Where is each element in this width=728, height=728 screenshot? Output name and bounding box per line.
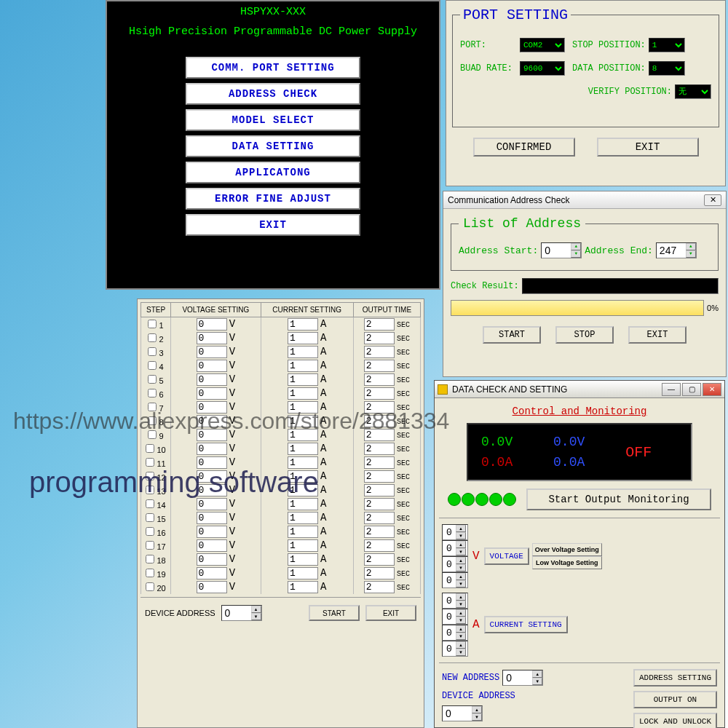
application-button[interactable]: APPLICATONG (186, 162, 360, 183)
voltage-input[interactable] (197, 443, 227, 455)
step-checkbox[interactable] (146, 569, 154, 577)
time-input[interactable] (364, 401, 395, 414)
addr-exit-button[interactable]: EXIT (628, 326, 687, 344)
time-input[interactable] (364, 581, 395, 593)
voltage-input[interactable] (197, 346, 227, 358)
time-input[interactable] (364, 387, 395, 400)
exit-button[interactable]: EXIT (186, 214, 360, 236)
current-input[interactable] (288, 456, 318, 469)
digit-spinner[interactable]: ▲▼ (442, 609, 468, 625)
step-checkbox[interactable] (148, 333, 157, 342)
step-checkbox[interactable] (146, 444, 154, 453)
time-input[interactable] (364, 346, 395, 358)
time-input[interactable] (364, 332, 395, 344)
current-input[interactable] (288, 332, 318, 344)
voltage-input[interactable] (197, 415, 227, 427)
step-checkbox[interactable] (148, 320, 157, 328)
verify-select[interactable]: 无 (675, 84, 711, 99)
step-checkbox[interactable] (146, 458, 154, 467)
addr-start-spinner[interactable]: ▲▼ (541, 242, 582, 258)
time-input[interactable] (364, 539, 395, 552)
voltage-input[interactable] (197, 373, 227, 386)
voltage-input[interactable] (197, 567, 227, 579)
time-input[interactable] (364, 498, 395, 510)
voltage-button[interactable]: VOLTAGE (484, 547, 529, 565)
step-start-button[interactable]: START (309, 605, 360, 621)
step-checkbox[interactable] (146, 555, 154, 563)
step-exit-button[interactable]: EXIT (365, 605, 416, 621)
voltage-input[interactable] (197, 387, 227, 400)
current-input[interactable] (288, 539, 318, 552)
time-input[interactable] (364, 360, 395, 372)
digit-spinner[interactable]: ▲▼ (442, 556, 468, 572)
device-address-spinner-2[interactable]: ▲▼ (442, 705, 483, 721)
step-checkbox[interactable] (148, 347, 157, 356)
voltage-input[interactable] (197, 498, 227, 510)
current-input[interactable] (288, 360, 318, 372)
voltage-input[interactable] (197, 429, 227, 441)
time-input[interactable] (364, 456, 395, 469)
current-input[interactable] (288, 512, 318, 524)
current-input[interactable] (288, 387, 318, 400)
time-input[interactable] (364, 429, 395, 441)
address-setting-button[interactable]: ADDRESS SETTING (633, 669, 717, 687)
close-icon[interactable]: ✕ (704, 194, 721, 206)
digit-spinner[interactable]: ▲▼ (442, 524, 468, 540)
step-checkbox[interactable] (148, 375, 157, 384)
time-input[interactable] (364, 470, 395, 483)
current-input[interactable] (288, 567, 318, 579)
step-checkbox[interactable] (146, 513, 154, 522)
digit-spinner[interactable]: ▲▼ (442, 540, 468, 556)
voltage-input[interactable] (197, 553, 227, 566)
digit-spinner[interactable]: ▲▼ (442, 593, 468, 609)
current-input[interactable] (288, 443, 318, 455)
close-icon[interactable]: ✕ (703, 383, 721, 396)
current-input[interactable] (288, 484, 318, 496)
time-input[interactable] (364, 512, 395, 524)
device-address-spinner[interactable]: ▲▼ (221, 605, 262, 621)
voltage-input[interactable] (197, 526, 227, 538)
time-input[interactable] (364, 553, 395, 566)
model-select-button[interactable]: MODEL SELECT (186, 109, 360, 131)
start-monitoring-button[interactable]: Start Output Monitoring (526, 488, 711, 510)
voltage-input[interactable] (197, 318, 227, 331)
step-checkbox[interactable] (146, 527, 154, 536)
voltage-input[interactable] (197, 456, 227, 469)
time-input[interactable] (364, 415, 395, 427)
error-adjust-button[interactable]: ERROR FINE ADJUST (186, 188, 360, 210)
voltage-input[interactable] (197, 539, 227, 552)
current-input[interactable] (288, 581, 318, 593)
address-check-button[interactable]: ADDRESS CHECK (186, 83, 360, 105)
digit-spinner[interactable]: ▲▼ (442, 625, 468, 641)
voltage-input[interactable] (197, 512, 227, 524)
minimize-icon[interactable]: — (662, 383, 681, 396)
current-input[interactable] (288, 470, 318, 483)
current-input[interactable] (288, 415, 318, 427)
time-input[interactable] (364, 373, 395, 386)
step-checkbox[interactable] (148, 389, 157, 397)
step-checkbox[interactable] (148, 361, 157, 370)
voltage-input[interactable] (197, 401, 227, 414)
current-setting-button[interactable]: CURRENT SETTING (484, 616, 568, 633)
current-input[interactable] (288, 373, 318, 386)
time-input[interactable] (364, 567, 395, 579)
confirmed-button[interactable]: CONFIRMED (473, 138, 575, 157)
voltage-input[interactable] (197, 360, 227, 372)
step-checkbox[interactable] (146, 486, 154, 494)
baud-select[interactable]: 9600 (520, 61, 565, 76)
step-checkbox[interactable] (146, 499, 154, 508)
data-setting-button[interactable]: DATA SETTING (186, 135, 360, 157)
stop-select[interactable]: 1 (649, 38, 685, 52)
step-checkbox[interactable] (146, 582, 154, 591)
current-input[interactable] (288, 526, 318, 538)
low-voltage-button[interactable]: Low Voltage Setting (532, 556, 602, 569)
digit-spinner[interactable]: ▲▼ (442, 572, 468, 588)
port-exit-button[interactable]: EXIT (597, 138, 699, 157)
current-input[interactable] (288, 498, 318, 510)
current-input[interactable] (288, 401, 318, 414)
current-input[interactable] (288, 318, 318, 331)
step-checkbox[interactable] (148, 416, 157, 425)
current-input[interactable] (288, 553, 318, 566)
voltage-input[interactable] (197, 581, 227, 593)
current-input[interactable] (288, 429, 318, 441)
